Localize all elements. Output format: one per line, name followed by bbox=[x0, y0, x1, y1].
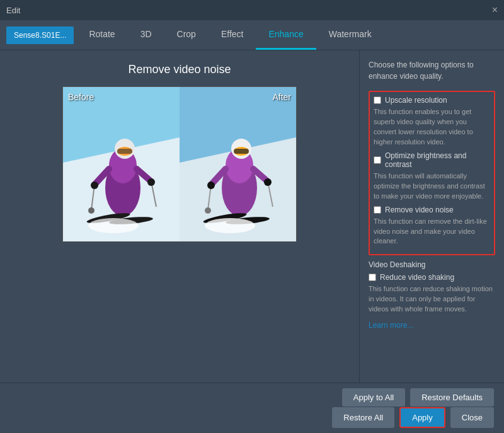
tab-bar: Sense8.S01E... Rotate 3D Crop Effect Enh… bbox=[0, 20, 504, 50]
before-image bbox=[63, 87, 180, 241]
svg-rect-27 bbox=[234, 149, 249, 154]
close-button[interactable]: Close bbox=[450, 407, 494, 428]
before-panel: Before bbox=[63, 87, 180, 241]
brightness-checkbox[interactable] bbox=[374, 156, 381, 164]
noise-label[interactable]: Remove video noise bbox=[385, 205, 454, 214]
svg-point-18 bbox=[88, 218, 139, 233]
after-panel: After bbox=[180, 87, 296, 241]
bottom-actions: Restore All Apply Close bbox=[332, 407, 494, 428]
svg-point-37 bbox=[205, 218, 255, 233]
learn-more-link[interactable]: Learn more... bbox=[369, 321, 495, 330]
title-bar-left: Edit bbox=[6, 6, 20, 15]
deshaking-section-label: Video Deshaking bbox=[369, 260, 495, 269]
before-after-container: Before bbox=[62, 86, 297, 242]
svg-point-16 bbox=[91, 182, 98, 189]
upscale-checkbox[interactable] bbox=[374, 96, 381, 104]
restore-all-button[interactable]: Restore All bbox=[332, 407, 394, 428]
file-tab[interactable]: Sense8.S01E... bbox=[6, 26, 74, 44]
svg-point-17 bbox=[147, 178, 155, 186]
edit-window: Edit × Sense8.S01E... Rotate 3D Crop Eff… bbox=[0, 0, 504, 433]
tab-3d[interactable]: 3D bbox=[128, 20, 164, 50]
brightness-label[interactable]: Optimize brightness and contrast bbox=[385, 151, 490, 169]
upscale-option-group: Upscale resolution This function enables… bbox=[369, 91, 495, 255]
tab-watermark[interactable]: Watermark bbox=[316, 20, 384, 50]
bottom-bar: Apply to All Restore Defaults Restore Al… bbox=[0, 383, 504, 433]
title-bar: Edit × bbox=[0, 0, 504, 20]
deshaking-checkbox[interactable] bbox=[369, 274, 376, 281]
deshaking-desc: This function can reduce shaking motion … bbox=[369, 284, 495, 315]
svg-point-31 bbox=[205, 207, 211, 214]
noise-checkbox[interactable] bbox=[374, 206, 381, 214]
deshaking-label[interactable]: Reduce video shaking bbox=[380, 273, 454, 282]
after-image bbox=[180, 87, 296, 241]
window-title: Edit bbox=[6, 6, 20, 15]
tab-crop[interactable]: Crop bbox=[164, 20, 209, 50]
brightness-desc: This function will automatically optimiz… bbox=[374, 171, 490, 202]
deshaking-checkbox-row: Reduce video shaking bbox=[369, 273, 495, 282]
svg-point-36 bbox=[264, 178, 272, 186]
noise-checkbox-row: Remove video noise bbox=[374, 205, 490, 214]
close-window-button[interactable]: × bbox=[492, 5, 498, 15]
upscale-desc: This function enables you to get superb … bbox=[374, 107, 490, 147]
top-actions: Apply to All Restore Defaults bbox=[342, 388, 494, 407]
after-label: After bbox=[272, 92, 291, 102]
tab-effect[interactable]: Effect bbox=[209, 20, 256, 50]
tab-enhance[interactable]: Enhance bbox=[256, 20, 316, 50]
apply-button[interactable]: Apply bbox=[399, 407, 445, 428]
svg-rect-8 bbox=[117, 149, 132, 154]
upscale-checkbox-row: Upscale resolution bbox=[374, 96, 490, 105]
preview-area: Remove video noise Before bbox=[0, 50, 359, 383]
before-label: Before bbox=[68, 92, 94, 102]
panel-description: Choose the following options to enhance … bbox=[369, 59, 495, 82]
noise-desc: This function can remove the dirt-like v… bbox=[374, 217, 490, 247]
brightness-checkbox-row: Optimize brightness and contrast bbox=[374, 151, 490, 169]
preview-title: Remove video noise bbox=[128, 63, 231, 76]
deshaking-section: Video Deshaking Reduce video shaking Thi… bbox=[369, 260, 495, 315]
svg-point-35 bbox=[207, 182, 215, 189]
restore-defaults-button[interactable]: Restore Defaults bbox=[410, 388, 494, 407]
svg-point-12 bbox=[88, 207, 94, 214]
tab-rotate[interactable]: Rotate bbox=[76, 20, 127, 50]
main-content: Remove video noise Before bbox=[0, 50, 504, 383]
upscale-label[interactable]: Upscale resolution bbox=[385, 96, 447, 105]
apply-to-all-button[interactable]: Apply to All bbox=[342, 388, 405, 407]
right-panel: Choose the following options to enhance … bbox=[359, 50, 504, 383]
